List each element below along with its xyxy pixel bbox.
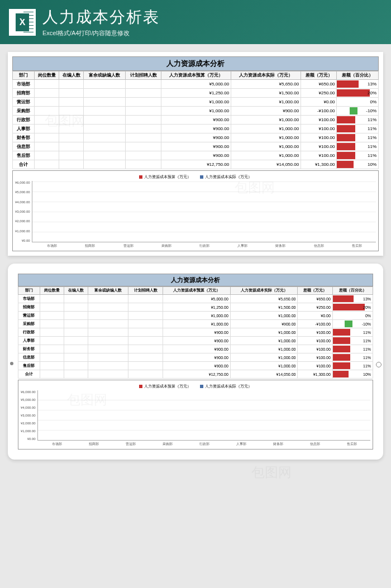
table-row: 营运部¥1,000.00¥1,000.00¥0.000% (18, 312, 373, 320)
x-axis: 市场部招商部营运部采购部行政部人事部财务部信息部售后部 (15, 242, 376, 248)
col-header: 差额（百分比） (337, 71, 379, 80)
pct-cell: 11% (332, 337, 373, 345)
pct-cell: 10% (337, 160, 379, 169)
col-header: 人力资源成本实际（万元） (230, 287, 298, 295)
legend-item: 人力资源成本实际（万元） (200, 174, 252, 180)
col-header: 差额（万元） (301, 71, 337, 80)
pct-cell: 11% (337, 125, 379, 133)
col-header: 计划招聘人数 (125, 71, 161, 80)
table-row: 人事部¥900.00¥1,000.00¥100.0011% (18, 337, 373, 345)
col-header: 在编人数 (64, 287, 88, 295)
data-table: 部门岗位数量在编人数富余或缺编人数计划招聘人数人力资源成本预算（万元）人力资源成… (18, 286, 373, 379)
table-row: 售后部¥900.00¥1,000.00¥100.0011% (18, 362, 373, 370)
page-header: X 人力成本分析表 Excel格式/A4打印/内容随意修改 (0, 0, 391, 44)
table-row: 招商部¥1,250.00¥1,500.00¥250.0020% (13, 89, 379, 98)
table-row: 市场部¥5,000.00¥5,650.00¥650.0013% (13, 80, 379, 89)
col-header: 人力资源成本预算（万元） (163, 287, 231, 295)
sheet-title: 人力资源成本分析 (12, 56, 379, 71)
table-row: 信息部¥900.00¥1,000.00¥100.0011% (13, 142, 379, 151)
pct-cell: 11% (337, 151, 379, 160)
table-row: 合计¥12,750.00¥14,050.00¥1,300.0010% (13, 160, 379, 169)
y-axis: ¥6,000.00¥5,000.00¥4,000.00¥3,000.00¥2,0… (15, 181, 32, 242)
pct-cell: -10% (337, 107, 379, 116)
col-header: 部门 (13, 71, 35, 80)
pct-cell: 20% (337, 89, 379, 98)
col-header: 岗位数量 (35, 71, 59, 80)
excel-icon: X (9, 9, 36, 36)
col-header: 岗位数量 (40, 287, 64, 295)
chart-area: ¥6,000.00¥5,000.00¥4,000.00¥3,000.00¥2,0… (15, 181, 376, 242)
chart-legend: 人力资源成本预算（万元）人力资源成本实际（万元） (15, 173, 376, 181)
legend-item: 人力资源成本实际（万元） (200, 384, 252, 389)
pct-cell: 0% (332, 312, 373, 320)
table-row: 财务部¥900.00¥1,000.00¥100.0011% (18, 345, 373, 353)
pct-cell: 11% (332, 328, 373, 337)
pct-cell: 10% (332, 370, 373, 379)
pct-cell: 11% (337, 133, 379, 142)
pct-cell: 20% (332, 303, 373, 312)
pct-cell: -10% (332, 320, 373, 328)
table-row: 招商部¥1,250.00¥1,500.00¥250.0020% (18, 303, 373, 312)
pct-cell: 0% (337, 98, 379, 107)
chart-plot (32, 181, 376, 242)
table-row: 合计¥12,750.00¥14,050.00¥1,300.0010% (18, 370, 373, 379)
table-row: 营运部¥1,000.00¥1,000.00¥0.000% (13, 98, 379, 107)
pct-cell: 11% (332, 362, 373, 370)
col-header: 人力资源成本预算（万元） (161, 71, 231, 80)
table-row: 市场部¥5,000.00¥5,650.00¥650.0013% (18, 295, 373, 303)
chart-area: ¥6,000.00¥5,000.00¥4,000.00¥3,000.00¥2,0… (21, 390, 370, 441)
col-header: 在编人数 (59, 71, 84, 80)
header-text: 人力成本分析表 Excel格式/A4打印/内容随意修改 (42, 7, 160, 37)
table-row: 行政部¥900.00¥1,000.00¥100.0011% (13, 116, 379, 125)
page-subtitle: Excel格式/A4打印/内容随意修改 (42, 29, 160, 37)
pct-cell: 13% (332, 295, 373, 303)
page-title: 人力成本分析表 (42, 7, 160, 28)
chart-legend: 人力资源成本预算（万元）人力资源成本实际（万元） (21, 383, 370, 390)
pct-cell: 13% (337, 80, 379, 89)
legend-item: 人力资源成本预算（万元） (139, 384, 191, 389)
sheet-title: 人力资源成本分析 (18, 274, 373, 286)
watermark: 包图网 (251, 463, 292, 481)
pct-cell: 11% (332, 353, 373, 362)
col-header: 人力资源成本实际（万元） (231, 71, 301, 80)
col-header: 差额（万元） (298, 287, 332, 295)
table-row: 售后部¥900.00¥1,000.00¥100.0011% (13, 151, 379, 160)
col-header: 计划招聘人数 (128, 287, 163, 295)
col-header: 富余或缺编人数 (88, 287, 128, 295)
table-row: 采购部¥1,000.00¥900.00-¥100.00-10% (13, 107, 379, 116)
table-row: 行政部¥900.00¥1,000.00¥100.0011% (18, 328, 373, 337)
col-header: 差额（百分比） (332, 287, 373, 295)
chart-container: 人力资源成本预算（万元）人力资源成本实际（万元） ¥6,000.00¥5,000… (18, 380, 373, 450)
x-axis: 市场部招商部营运部采购部行政部人事部财务部信息部售后部 (21, 441, 370, 447)
pct-cell: 11% (337, 142, 379, 151)
excel-sheet-lines (23, 12, 34, 33)
legend-item: 人力资源成本预算（万元） (139, 174, 191, 180)
chart-container: 人力资源成本预算（万元）人力资源成本实际（万元） ¥6,000.00¥5,000… (12, 170, 379, 251)
preview-tablet: 人力资源成本分析 部门岗位数量在编人数富余或缺编人数计划招聘人数人力资源成本预算… (8, 264, 383, 460)
chart-plot (37, 390, 370, 441)
col-header: 部门 (18, 287, 40, 295)
y-axis: ¥6,000.00¥5,000.00¥4,000.00¥3,000.00¥2,0… (21, 390, 37, 441)
pct-cell: 11% (332, 345, 373, 353)
table-row: 人事部¥900.00¥1,000.00¥100.0011% (13, 125, 379, 133)
table-row: 财务部¥900.00¥1,000.00¥100.0011% (13, 133, 379, 142)
pct-cell: 11% (337, 116, 379, 125)
table-row: 信息部¥900.00¥1,000.00¥100.0011% (18, 353, 373, 362)
table-row: 采购部¥1,000.00¥900.00-¥100.00-10% (18, 320, 373, 328)
col-header: 富余或缺编人数 (84, 71, 125, 80)
data-table: 部门岗位数量在编人数富余或缺编人数计划招聘人数人力资源成本预算（万元）人力资源成… (12, 71, 379, 169)
preview-main: 人力资源成本分析 部门岗位数量在编人数富余或缺编人数计划招聘人数人力资源成本预算… (8, 52, 383, 256)
